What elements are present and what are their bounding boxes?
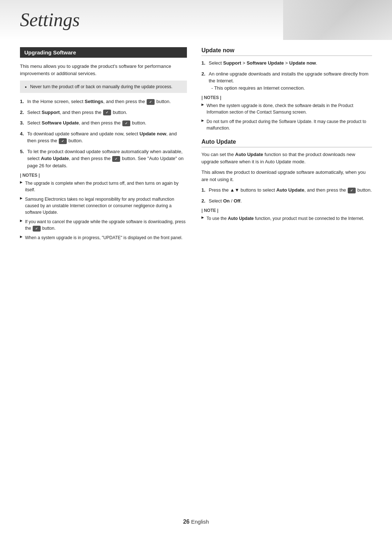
page-wrapper: Settings Upgrading Software This menu al…: [0, 0, 392, 536]
button-icon: ✓: [103, 110, 111, 115]
intro-text: This menu allows you to upgrade the prod…: [20, 63, 187, 77]
step-3: Select Software Update, and then press t…: [20, 119, 187, 127]
content-area: Upgrading Software This menu allows you …: [0, 40, 392, 245]
update-note-2: Do not turn off the product during the S…: [201, 118, 372, 131]
auto-notes-list: To use the Auto Update function, your pr…: [201, 215, 372, 222]
auto-step-2: Select On / Off.: [201, 197, 372, 205]
update-now-notes: | NOTES | When the system upgrade is don…: [201, 95, 372, 131]
update-now-steps: Select Support > Software Update > Updat…: [201, 60, 372, 91]
notice-item: Never turn the product off or back on ma…: [30, 83, 183, 90]
left-column: Upgrading Software This menu allows you …: [20, 47, 187, 245]
page-title: Settings: [20, 9, 80, 30]
auto-update-note-section: | NOTE | To use the Auto Update function…: [201, 208, 372, 222]
auto-update-intro-2: This allows the product to download upgr…: [201, 169, 372, 183]
auto-update-heading: Auto Update: [201, 139, 372, 147]
update-now-section: Update now Select Support > Software Upd…: [201, 47, 372, 131]
notice-box: Never turn the product off or back on ma…: [20, 81, 187, 93]
right-column: Update now Select Support > Software Upd…: [201, 47, 372, 245]
update-step-2: An online upgrade downloads and installs…: [201, 70, 372, 92]
auto-note-header: | NOTE |: [201, 208, 372, 213]
step-1: In the Home screen, select Settings, and…: [20, 98, 187, 105]
update-notes-list: When the system upgrade is done, check t…: [201, 102, 372, 131]
auto-update-section: Auto Update You can set the Auto Update …: [201, 139, 372, 222]
header-banner: Settings: [0, 0, 392, 40]
note-item-3: If you want to cancel the upgrade while …: [20, 218, 187, 232]
step-2: Select Support, and then press the ✓ but…: [20, 109, 187, 116]
button-icon: ✓: [348, 188, 356, 193]
page-footer: 26 English: [0, 519, 392, 525]
auto-update-intro-1: You can set the Auto Update function so …: [201, 151, 372, 165]
note-item-2: Samsung Electronics takes no legal respo…: [20, 196, 187, 216]
notes-list: The upgrade is complete when the product…: [20, 180, 187, 241]
button-icon: ✓: [147, 99, 155, 105]
auto-update-steps: Press the ▲▼ buttons to select Auto Upda…: [201, 187, 372, 204]
step-4: To download update software and update n…: [20, 130, 187, 144]
button-icon: ✓: [122, 120, 130, 126]
update-step-1: Select Support > Software Update > Updat…: [201, 60, 372, 67]
steps-list: In the Home screen, select Settings, and…: [20, 98, 187, 169]
button-icon: ✓: [59, 138, 67, 144]
button-icon: ✓: [33, 226, 41, 232]
page-number: 26: [183, 519, 189, 525]
footer-language: English: [191, 519, 209, 525]
note-item-1: The upgrade is complete when the product…: [20, 180, 187, 193]
upgrading-software-heading: Upgrading Software: [20, 47, 187, 58]
button-icon: ✓: [112, 156, 120, 162]
auto-step-1: Press the ▲▼ buttons to select Auto Upda…: [201, 187, 372, 194]
left-notes-section: | NOTES | The upgrade is complete when t…: [20, 173, 187, 241]
update-now-heading: Update now: [201, 47, 372, 56]
note-item-4: When a system upgrade is in progress, "U…: [20, 234, 187, 241]
update-notes-header: | NOTES |: [201, 95, 372, 100]
auto-note-1: To use the Auto Update function, your pr…: [201, 215, 372, 222]
step-5: To let the product download update softw…: [20, 148, 187, 169]
notes-header: | NOTES |: [20, 173, 187, 178]
update-note-1: When the system upgrade is done, check t…: [201, 102, 372, 115]
